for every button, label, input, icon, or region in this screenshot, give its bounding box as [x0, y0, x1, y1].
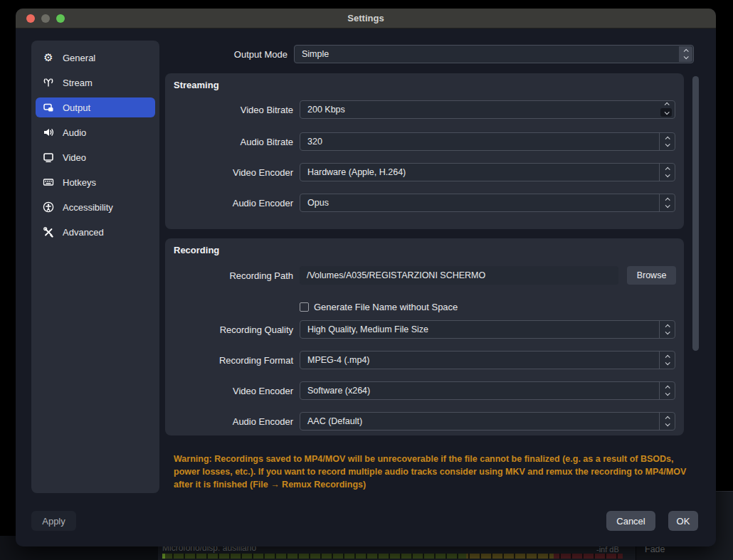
minimize-window-button[interactable]	[41, 14, 50, 23]
stream-video-encoder-value: Hardware (Apple, H.264)	[307, 167, 406, 177]
sidebar-item-label: Output	[63, 102, 90, 113]
sidebar-item-hotkeys[interactable]: Hotkeys	[36, 172, 155, 192]
sidebar-item-label: Advanced	[63, 227, 104, 238]
cancel-button[interactable]: Cancel	[606, 511, 655, 531]
chevron-updown-icon[interactable]	[659, 382, 675, 399]
sidebar-item-label: Hotkeys	[63, 177, 96, 188]
recording-section-title: Recording	[174, 245, 219, 255]
recording-path-row: Recording Path /Volumes/A035/REGISTARZIO…	[165, 266, 684, 285]
zoom-window-button[interactable]	[56, 14, 65, 23]
stream-video-encoder-select[interactable]: Hardware (Apple, H.264)	[300, 163, 675, 181]
volume-meter	[162, 554, 623, 559]
recording-format-label: Recording Format	[165, 355, 293, 366]
recording-quality-label: Recording Quality	[165, 324, 293, 335]
output-mode-select[interactable]: Simple	[294, 45, 694, 63]
apply-button[interactable]: Apply	[31, 511, 76, 531]
sidebar-item-output[interactable]: Output	[36, 97, 155, 117]
sidebar-item-video[interactable]: Video	[36, 147, 155, 167]
ok-button[interactable]: OK	[668, 511, 698, 531]
spinner-icons[interactable]	[660, 101, 673, 118]
sidebar-item-label: Stream	[63, 78, 93, 88]
sidebar-item-stream[interactable]: Stream	[36, 73, 155, 93]
recording-video-encoder-value: Software (x264)	[307, 386, 370, 396]
sidebar-item-label: General	[63, 53, 95, 63]
recording-format-value: MPEG-4 (.mp4)	[307, 355, 370, 365]
stream-audio-encoder-label: Audio Encoder	[165, 198, 293, 208]
stream-video-encoder-row: Video Encoder Hardware (Apple, H.264)	[165, 163, 684, 181]
titlebar[interactable]: Settings	[16, 9, 716, 28]
output-mode-row: Output Mode Simple	[165, 45, 695, 63]
accessibility-icon	[43, 201, 54, 213]
stream-video-encoder-label: Video Encoder	[165, 167, 293, 178]
chevron-updown-icon[interactable]	[659, 133, 675, 150]
window-title: Settings	[347, 13, 384, 23]
settings-window: Settings ⚙ General Stream Output	[16, 9, 716, 546]
chevron-updown-icon[interactable]	[659, 413, 675, 430]
streaming-section: Streaming Video Bitrate 200 Kbps Audio B…	[165, 73, 684, 229]
antenna-icon	[43, 77, 54, 88]
sidebar-item-label: Accessibility	[63, 202, 113, 213]
sidebar-item-advanced[interactable]: Advanced	[36, 222, 155, 242]
sidebar-item-label: Video	[63, 152, 86, 163]
speaker-icon	[43, 127, 54, 138]
recording-audio-encoder-value: AAC (Default)	[307, 416, 362, 426]
recording-path-value: /Volumes/A035/REGISTARZIONI SCHERMO	[307, 270, 485, 280]
audio-bitrate-label: Audio Bitrate	[165, 137, 293, 147]
close-window-button[interactable]	[26, 14, 35, 23]
recording-quality-select[interactable]: High Quality, Medium File Size	[300, 320, 675, 339]
chevron-updown-icon[interactable]	[679, 46, 692, 62]
sidebar-item-general[interactable]: ⚙ General	[36, 48, 155, 68]
recording-audio-encoder-row: Audio Encoder AAC (Default)	[165, 412, 684, 430]
tools-icon	[43, 226, 54, 238]
recording-path-input[interactable]: /Volumes/A035/REGISTARZIONI SCHERMO	[300, 266, 618, 285]
video-bitrate-input[interactable]: 200 Kbps	[300, 100, 675, 119]
video-bitrate-value: 200 Kbps	[307, 105, 345, 115]
monitor-icon	[43, 152, 54, 163]
keyboard-icon	[43, 176, 54, 188]
volume-meter-peak	[162, 554, 165, 559]
sidebar-item-label: Audio	[63, 127, 86, 138]
filename-checkbox-row: Generate File Name without Space	[165, 301, 684, 312]
recording-video-encoder-label: Video Encoder	[165, 386, 293, 396]
video-bitrate-label: Video Bitrate	[165, 105, 293, 115]
video-bitrate-row: Video Bitrate 200 Kbps	[165, 100, 684, 119]
recording-audio-encoder-select[interactable]: AAC (Default)	[300, 412, 675, 430]
chevron-updown-icon[interactable]	[659, 194, 675, 211]
recording-quality-row: Recording Quality High Quality, Medium F…	[165, 320, 684, 339]
recording-format-select[interactable]: MPEG-4 (.mp4)	[300, 351, 675, 369]
audio-bitrate-value: 320	[307, 137, 322, 147]
stream-audio-encoder-row: Audio Encoder Opus	[165, 194, 684, 212]
settings-sidebar: ⚙ General Stream Output	[31, 41, 159, 493]
recording-audio-encoder-label: Audio Encoder	[165, 416, 293, 427]
generate-filename-label: Generate File Name without Space	[314, 302, 458, 312]
sidebar-item-accessibility[interactable]: Accessibility	[36, 197, 155, 217]
recording-quality-value: High Quality, Medium File Size	[307, 324, 428, 334]
chevron-updown-icon[interactable]	[659, 321, 675, 338]
chevron-updown-icon[interactable]	[659, 164, 675, 181]
recording-video-encoder-row: Video Encoder Software (x264)	[165, 381, 684, 400]
streaming-section-title: Streaming	[174, 80, 219, 90]
recording-path-label: Recording Path	[165, 270, 293, 281]
vertical-scrollbar[interactable]	[692, 76, 699, 351]
mp4-warning-text: Warning: Recordings saved to MP4/MOV wil…	[174, 453, 687, 491]
output-icon	[43, 102, 54, 113]
audio-bitrate-input[interactable]: 320	[300, 132, 675, 151]
generate-filename-checkbox[interactable]	[300, 302, 309, 312]
stream-audio-encoder-value: Opus	[307, 198, 329, 208]
chevron-updown-icon[interactable]	[659, 352, 675, 369]
output-mode-label: Output Mode	[165, 49, 288, 60]
spinner-down-icon[interactable]	[660, 108, 672, 117]
browse-button[interactable]: Browse	[627, 266, 676, 285]
gear-icon: ⚙	[43, 52, 54, 63]
audio-bitrate-row: Audio Bitrate 320	[165, 132, 684, 151]
recording-video-encoder-select[interactable]: Software (x264)	[300, 381, 675, 400]
recording-format-row: Recording Format MPEG-4 (.mp4)	[165, 351, 684, 369]
sidebar-item-audio[interactable]: Audio	[36, 122, 155, 142]
output-mode-value: Simple	[302, 49, 329, 59]
stream-audio-encoder-select[interactable]: Opus	[300, 194, 675, 212]
recording-section: Recording Recording Path /Volumes/A035/R…	[165, 238, 684, 435]
